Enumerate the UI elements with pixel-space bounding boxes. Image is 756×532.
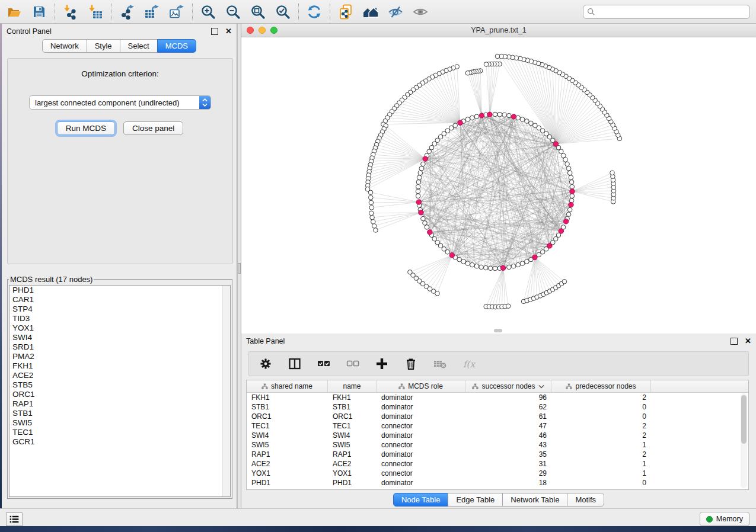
table-cell: 1 — [551, 441, 651, 449]
settings-icon[interactable] — [259, 357, 273, 371]
column-header-predecessor-nodes[interactable]: predecessor nodes — [551, 380, 651, 392]
mcds-result-item[interactable]: ACE2 — [9, 371, 230, 380]
table-cell: dominator — [377, 479, 465, 487]
column-header-MCDS-role[interactable]: MCDS role — [377, 380, 465, 392]
close-panel-icon[interactable]: ✕ — [225, 28, 232, 34]
search-input[interactable] — [598, 7, 746, 17]
table-row[interactable]: SWI4SWI4dominator462 — [247, 431, 748, 440]
table-cell: SWI5 — [247, 441, 328, 449]
sort-desc-icon — [538, 384, 544, 389]
maximize-window-icon[interactable] — [270, 27, 277, 34]
mcds-result-item[interactable]: PMA2 — [9, 352, 230, 361]
tab-node-table[interactable]: Node Table — [393, 493, 449, 507]
table-vscrollbar[interactable] — [741, 393, 747, 488]
optimization-criterion-label: Optimization criterion: — [8, 69, 232, 78]
zoom-in-icon[interactable] — [200, 4, 216, 20]
select-all-icon[interactable] — [317, 357, 331, 371]
table-row[interactable]: YOX1YOX1connector291 — [247, 469, 748, 478]
tab-select[interactable]: Select — [120, 39, 158, 53]
tab-motifs[interactable]: Motifs — [567, 493, 604, 507]
toolbar-separator — [111, 4, 111, 20]
mcds-list-scrollbar[interactable] — [222, 286, 230, 496]
network-canvas[interactable] — [241, 37, 756, 334]
table-cell: FKH1 — [328, 393, 377, 402]
table-vscrollbar-thumb[interactable] — [741, 395, 747, 444]
table-row[interactable]: SWI5SWI5connector431 — [247, 440, 748, 450]
mcds-result-item[interactable]: SWI5 — [9, 418, 230, 428]
column-header-successor-nodes[interactable]: successor nodes — [465, 380, 551, 392]
close-window-icon[interactable] — [247, 27, 254, 34]
delete-column-icon[interactable] — [404, 357, 418, 371]
mcds-result-item[interactable]: GCR1 — [9, 437, 230, 447]
tab-network-table[interactable]: Network Table — [502, 493, 567, 507]
mcds-result-item[interactable]: ORC1 — [9, 390, 230, 399]
mcds-result-item[interactable]: SWI4 — [9, 333, 230, 342]
export-table-icon[interactable] — [143, 4, 160, 20]
clone-network-icon[interactable] — [337, 4, 354, 20]
tab-edge-table[interactable]: Edge Table — [448, 493, 503, 507]
zoom-selected-icon[interactable] — [275, 4, 291, 20]
criterion-value: largest connected component (undirected) — [30, 98, 199, 107]
houses-icon[interactable] — [362, 4, 379, 20]
mcds-result-item[interactable]: STB5 — [9, 380, 230, 390]
network-hscroll-thumb[interactable] — [494, 329, 502, 332]
export-network-icon[interactable] — [119, 4, 135, 20]
save-session-icon[interactable] — [31, 4, 47, 20]
network-window-titlebar[interactable]: YPA_prune.txt_1 — [241, 24, 756, 37]
import-table-icon[interactable] — [87, 4, 104, 20]
import-network-icon[interactable] — [62, 4, 79, 20]
mcds-result-item[interactable]: YOX1 — [9, 323, 230, 333]
control-panel-tabs: NetworkStyleSelectMCDS — [2, 39, 237, 53]
mcds-result-item[interactable]: PHD1 — [9, 286, 230, 295]
memory-button[interactable]: Memory — [700, 512, 749, 526]
mcds-result-item[interactable]: CAR1 — [9, 295, 230, 305]
table-row[interactable]: TEC1TEC1connector472 — [247, 421, 748, 431]
dropdown-stepper-icon — [199, 96, 210, 109]
table-row[interactable]: FKH1FKH1dominator962 — [247, 393, 748, 402]
tab-style[interactable]: Style — [87, 39, 120, 53]
zoom-out-icon[interactable] — [225, 4, 241, 20]
float-panel-icon[interactable] — [211, 28, 218, 35]
table-cell: ORC1 — [247, 412, 328, 421]
mcds-result-list[interactable]: PHD1CAR1STP4TID3YOX1SWI4SRD1PMA2FKH1ACE2… — [9, 285, 231, 497]
close-panel-button[interactable]: Close panel — [123, 121, 183, 135]
mcds-result-item[interactable]: STB1 — [9, 409, 230, 418]
memory-label: Memory — [716, 515, 743, 523]
split-pane-icon[interactable] — [288, 357, 302, 371]
mcds-result-item[interactable]: TEC1 — [9, 428, 230, 437]
split-pane-divider[interactable] — [237, 24, 241, 508]
table-cell: 0 — [551, 403, 651, 411]
mcds-result-item[interactable]: TID3 — [9, 314, 230, 323]
column-header-shared-name[interactable]: shared name — [247, 380, 328, 392]
table-row[interactable]: STB1STB1dominator620 — [247, 402, 748, 412]
task-history-button[interactable] — [6, 512, 23, 526]
mcds-result-item[interactable]: SRD1 — [9, 342, 230, 352]
tab-network[interactable]: Network — [42, 39, 87, 53]
refresh-layout-icon[interactable] — [306, 4, 323, 20]
mcds-result-item[interactable]: FKH1 — [9, 361, 230, 371]
close-table-panel-icon[interactable]: ✕ — [745, 338, 751, 344]
zoom-fit-icon[interactable] — [250, 4, 266, 20]
table-row[interactable]: ORC1ORC1dominator610 — [247, 412, 748, 421]
open-file-icon[interactable] — [6, 4, 23, 20]
table-row[interactable]: RAP1RAP1dominator352 — [247, 450, 748, 459]
tab-mcds[interactable]: MCDS — [157, 39, 196, 53]
table-row[interactable]: PHD1PHD1dominator180 — [247, 478, 748, 488]
divider-handle[interactable] — [238, 263, 241, 274]
criterion-dropdown[interactable]: largest connected component (undirected) — [29, 95, 211, 110]
mcds-result-item[interactable]: RAP1 — [9, 399, 230, 409]
export-image-icon[interactable] — [168, 4, 185, 20]
table-row[interactable]: ACE2ACE2connector311 — [247, 459, 748, 469]
column-header-name[interactable]: name — [328, 380, 377, 392]
float-table-panel-icon[interactable] — [731, 338, 738, 345]
deselect-all-icon[interactable] — [346, 357, 360, 371]
run-mcds-button[interactable]: Run MCDS — [57, 121, 115, 135]
mcds-result-item[interactable]: STP4 — [9, 305, 230, 314]
minimize-window-icon[interactable] — [259, 27, 266, 34]
search-box[interactable] — [583, 5, 750, 19]
add-column-icon[interactable] — [375, 357, 389, 371]
node-table[interactable]: shared namenameMCDS rolesuccessor nodesp… — [246, 380, 749, 490]
show-graphics-details-icon[interactable] — [412, 4, 429, 20]
table-panel-title: Table Panel — [246, 337, 285, 345]
hide-graphics-details-icon[interactable] — [387, 4, 404, 20]
